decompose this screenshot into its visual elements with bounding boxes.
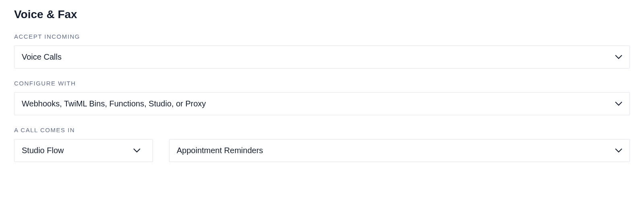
configure-with-group: Configure With Webhooks, TwiML Bins, Fun…: [14, 80, 630, 115]
section-title: Voice & Fax: [14, 8, 630, 21]
configure-with-select[interactable]: Webhooks, TwiML Bins, Functions, Studio,…: [14, 92, 630, 115]
call-comes-in-label: A Call Comes In: [14, 127, 630, 133]
accept-incoming-label: Accept Incoming: [14, 33, 630, 40]
call-handler-type-select[interactable]: Studio Flow: [14, 139, 153, 162]
call-handler-value: Appointment Reminders: [177, 146, 263, 155]
configure-with-value: Webhooks, TwiML Bins, Functions, Studio,…: [22, 99, 206, 108]
accept-incoming-value: Voice Calls: [22, 52, 62, 62]
call-comes-in-group: A Call Comes In Studio Flow Appointment …: [14, 127, 630, 162]
accept-incoming-group: Accept Incoming Voice Calls: [14, 33, 630, 69]
configure-with-label: Configure With: [14, 80, 630, 87]
call-handler-value-select[interactable]: Appointment Reminders: [169, 139, 630, 162]
accept-incoming-select[interactable]: Voice Calls: [14, 46, 630, 69]
call-handler-type-value: Studio Flow: [22, 146, 64, 155]
